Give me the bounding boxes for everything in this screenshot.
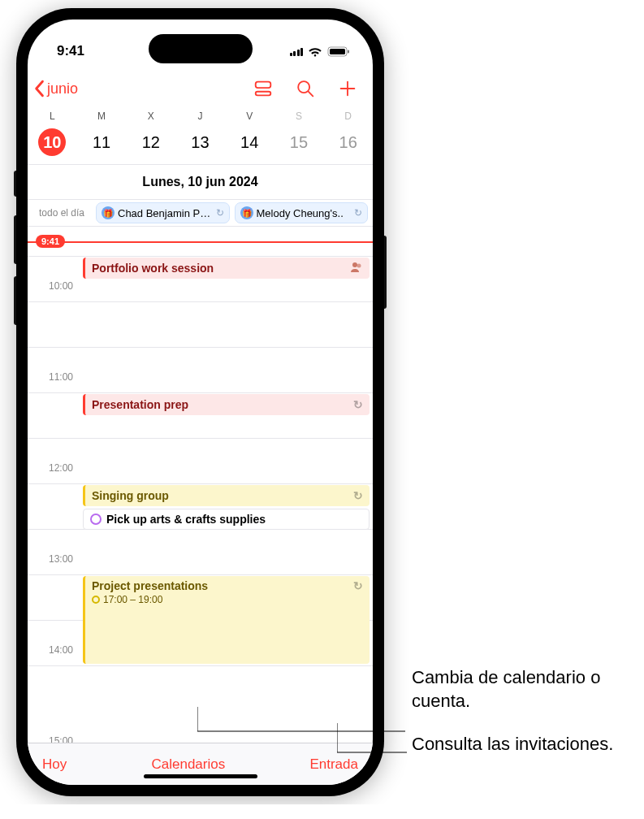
svg-point-9 xyxy=(352,262,357,267)
weekday-label: J xyxy=(175,110,225,122)
recurrence-icon: ↻ xyxy=(354,207,362,219)
weekday-numbers: 10 11 12 13 14 15 16 xyxy=(28,124,373,164)
all-day-row: todo el día 🎁 Chad Benjamin P… ↻ 🎁 Melod… xyxy=(28,199,373,227)
back-button[interactable]: junio xyxy=(32,80,253,98)
day-button[interactable]: 13 xyxy=(175,128,225,156)
all-day-label: todo el día xyxy=(28,207,91,219)
dynamic-island xyxy=(149,34,253,63)
event-block[interactable]: Portfolio work session xyxy=(83,258,370,279)
wifi-icon xyxy=(308,46,322,57)
event-block[interactable]: Singing group ↻ xyxy=(83,485,370,506)
svg-point-5 xyxy=(298,81,309,93)
svg-rect-2 xyxy=(348,50,349,53)
all-day-event[interactable]: 🎁 Chad Benjamin P… ↻ xyxy=(96,202,230,223)
side-button xyxy=(14,276,16,325)
list-view-icon[interactable] xyxy=(253,78,274,99)
now-indicator xyxy=(28,241,373,243)
reminder-block[interactable]: Pick up arts & crafts supplies xyxy=(83,509,370,530)
event-block[interactable]: Presentation prep ↻ xyxy=(83,394,370,415)
day-button[interactable]: 16 xyxy=(323,128,373,156)
day-button[interactable]: 14 xyxy=(225,128,274,156)
people-icon xyxy=(350,262,363,275)
event-title: Presentation prep xyxy=(92,398,188,411)
cellular-icon xyxy=(290,46,304,56)
day-button[interactable]: 11 xyxy=(77,128,127,156)
nav-bar: junio xyxy=(28,68,373,109)
event-title: Project presentations xyxy=(92,579,208,592)
svg-rect-1 xyxy=(330,49,345,54)
weekday-label: X xyxy=(126,110,175,122)
gift-icon: 🎁 xyxy=(102,206,115,219)
day-button[interactable]: 15 xyxy=(274,128,324,156)
recurrence-icon: ↻ xyxy=(353,398,363,411)
event-title: Melody Cheung's.. xyxy=(257,207,344,219)
weekday-label: V xyxy=(225,110,274,122)
date-title: Lunes, 10 jun 2024 xyxy=(28,165,373,199)
hour-label: 13:00 xyxy=(28,553,73,565)
event-title: Singing group xyxy=(92,489,169,502)
svg-point-10 xyxy=(357,263,361,267)
chevron-left-icon xyxy=(32,80,45,98)
weekday-label: D xyxy=(323,110,373,122)
day-button[interactable]: 10 xyxy=(28,128,77,156)
battery-icon xyxy=(327,46,350,57)
home-indicator[interactable] xyxy=(144,774,257,778)
hour-label: 12:00 xyxy=(28,462,73,474)
timeline[interactable]: 9:41 10:00 11:00 12:00 13:00 14:00 15:00… xyxy=(28,227,373,743)
callout-text: Consulta las invitaciones. xyxy=(412,733,613,756)
side-button xyxy=(14,171,16,197)
svg-rect-3 xyxy=(256,82,271,88)
recurrence-icon: ↻ xyxy=(216,207,224,219)
now-time-pill: 9:41 xyxy=(36,235,65,248)
weekday-label: S xyxy=(274,110,324,122)
event-title: Portfolio work session xyxy=(92,262,214,275)
back-label: junio xyxy=(47,80,78,98)
event-title: Chad Benjamin P… xyxy=(118,207,210,219)
weekday-label: L xyxy=(28,110,77,122)
hour-label: 15:00 xyxy=(28,735,73,743)
hour-label: 10:00 xyxy=(28,280,73,292)
event-time: 17:00 – 19:00 xyxy=(103,594,162,605)
event-title: Pick up arts & crafts supplies xyxy=(106,513,266,526)
hour-label: 14:00 xyxy=(28,644,73,656)
today-button[interactable]: Hoy xyxy=(42,756,67,773)
phone-screen: 9:41 junio L M X xyxy=(28,20,373,785)
recurrence-icon: ↻ xyxy=(353,489,363,502)
callout-text: Cambia de calendario o cuenta. xyxy=(412,666,628,713)
all-day-event[interactable]: 🎁 Melody Cheung's.. ↻ xyxy=(235,202,369,223)
phone-frame: 9:41 junio L M X xyxy=(16,8,384,796)
calendars-button[interactable]: Calendarios xyxy=(151,756,225,773)
day-button[interactable]: 12 xyxy=(126,128,175,156)
calendar-toolbar: Hoy Calendarios Entrada xyxy=(28,743,373,785)
event-block[interactable]: Project presentations ↻ 17:00 – 19:00 xyxy=(83,576,370,664)
side-button xyxy=(14,215,16,264)
reminder-ring-icon xyxy=(90,514,102,525)
add-icon[interactable] xyxy=(337,78,358,99)
side-button xyxy=(384,236,387,309)
recurrence-icon: ↻ xyxy=(353,579,363,592)
inbox-button[interactable]: Entrada xyxy=(309,756,358,773)
clock-icon xyxy=(92,596,100,604)
weekday-row: L M X J V S D xyxy=(28,109,373,124)
weekday-label: M xyxy=(77,110,127,122)
svg-line-6 xyxy=(309,92,313,97)
search-icon[interactable] xyxy=(295,78,316,99)
hour-label: 11:00 xyxy=(28,371,73,383)
status-time: 9:41 xyxy=(57,43,84,59)
gift-icon: 🎁 xyxy=(240,206,253,219)
svg-rect-4 xyxy=(256,92,271,96)
